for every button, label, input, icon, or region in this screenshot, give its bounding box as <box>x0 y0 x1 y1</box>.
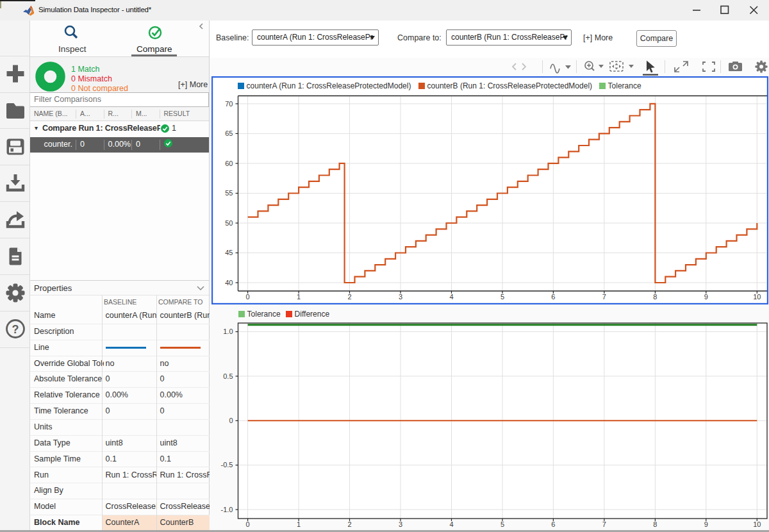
svg-text:0: 0 <box>229 417 233 424</box>
svg-text:60: 60 <box>225 160 233 167</box>
svg-text:5: 5 <box>500 520 504 528</box>
svg-text:1.0: 1.0 <box>223 328 233 335</box>
svg-text:7: 7 <box>602 293 606 301</box>
svg-text:9: 9 <box>704 520 708 528</box>
svg-text:5: 5 <box>500 293 504 301</box>
svg-text:65: 65 <box>225 129 233 137</box>
svg-text:7: 7 <box>602 520 606 528</box>
svg-text:55: 55 <box>225 189 233 197</box>
svg-text:2: 2 <box>347 293 351 301</box>
svg-text:10: 10 <box>753 293 761 301</box>
svg-text:4: 4 <box>449 520 453 528</box>
svg-text:50: 50 <box>225 219 233 227</box>
svg-text:0.5: 0.5 <box>223 372 233 380</box>
svg-text:0: 0 <box>246 520 250 528</box>
svg-text:0: 0 <box>246 293 250 301</box>
svg-text:70: 70 <box>225 100 233 108</box>
svg-text:1: 1 <box>297 293 301 301</box>
svg-text:9: 9 <box>704 293 708 301</box>
svg-text:8: 8 <box>653 520 657 528</box>
svg-text:6: 6 <box>551 520 555 528</box>
svg-text:6: 6 <box>551 293 555 301</box>
svg-text:8: 8 <box>653 293 657 301</box>
svg-text:-0.5: -0.5 <box>221 461 233 469</box>
svg-text:10: 10 <box>753 520 761 528</box>
svg-text:3: 3 <box>399 520 402 528</box>
svg-text:40: 40 <box>225 279 233 287</box>
svg-text:?: ? <box>12 323 19 336</box>
svg-text:1: 1 <box>297 520 301 528</box>
svg-text:2: 2 <box>347 520 351 528</box>
svg-text:-1.0: -1.0 <box>221 506 233 513</box>
svg-text:3: 3 <box>399 293 402 301</box>
svg-text:4: 4 <box>449 293 453 301</box>
svg-text:45: 45 <box>225 249 233 256</box>
